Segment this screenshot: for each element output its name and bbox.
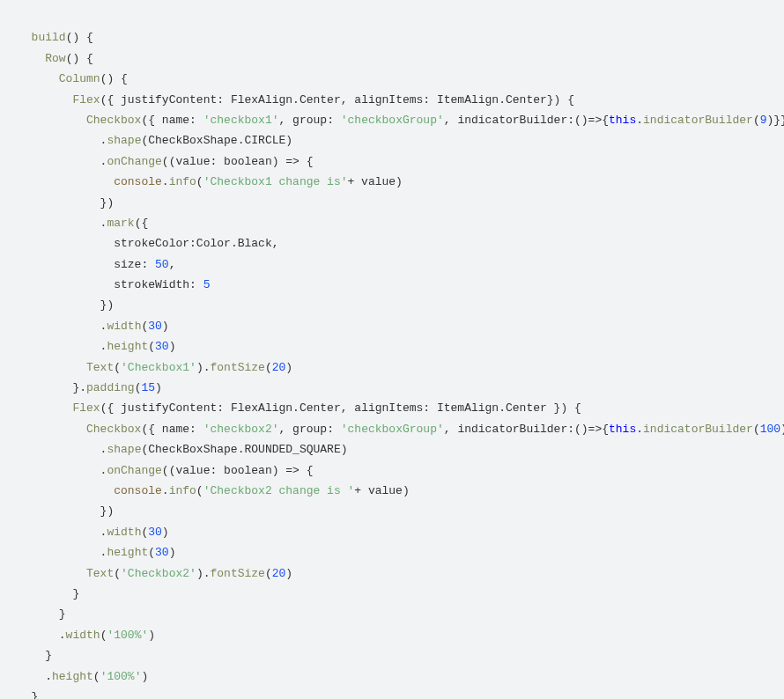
code-line: Text('Checkbox1').fontSize(20) <box>18 361 292 374</box>
code-line: console.info('Checkbox2 change is '+ val… <box>18 484 410 497</box>
code-line: .shape(CheckBoxShape.ROUNDED_SQUARE) <box>18 443 348 456</box>
code-line: .height(30) <box>18 340 175 353</box>
code-line: .width('100%') <box>18 629 155 642</box>
code-line: } <box>18 607 66 621</box>
code-line: console.info('Checkbox1 change is'+ valu… <box>18 175 403 188</box>
tok-build: build <box>32 31 66 44</box>
code-line: .shape(CheckBoxShape.CIRCLE) <box>18 134 292 147</box>
code-line: }) <box>18 298 114 312</box>
code-line: Checkbox({ name: 'checkbox1', group: 'ch… <box>18 114 784 127</box>
code-line: strokeColor:Color.Black, <box>18 237 279 250</box>
tok-column: Column <box>59 72 100 85</box>
code-line: .onChange((value: boolean) => { <box>18 155 314 168</box>
code-line: Checkbox({ name: 'checkbox2', group: 'ch… <box>18 423 784 436</box>
code-line: } <box>18 690 38 699</box>
code-line: size: 50, <box>18 258 175 271</box>
code-line: Row() { <box>18 52 93 65</box>
tok-flex: Flex <box>72 93 100 107</box>
code-line: Column() { <box>18 72 128 85</box>
code-line: .onChange((value: boolean) => { <box>18 464 314 477</box>
code-line: .height('100%') <box>18 670 148 683</box>
code-line: }.padding(15) <box>18 381 162 394</box>
code-line: .width(30) <box>18 320 169 333</box>
code-line: build() { <box>18 31 93 44</box>
code-line: .width(30) <box>18 526 169 539</box>
code-line: } <box>18 649 52 662</box>
code-line: } <box>18 587 79 600</box>
code-line: .height(30) <box>18 546 175 559</box>
code-line: .mark({ <box>18 217 148 230</box>
code-line: Text('Checkbox2').fontSize(20) <box>18 567 292 580</box>
code-line: strokeWidth: 5 <box>18 278 210 291</box>
tok-row: Row <box>45 52 65 65</box>
code-line: Flex({ justifyContent: FlexAlign.Center,… <box>18 93 574 107</box>
code-block: build() { Row() { Column() { Flex({ just… <box>0 0 784 699</box>
tok-checkbox: Checkbox <box>86 114 141 127</box>
code-line: Flex({ justifyContent: FlexAlign.Center,… <box>18 401 581 415</box>
code-line: }) <box>18 196 114 210</box>
code-line: }) <box>18 504 114 518</box>
